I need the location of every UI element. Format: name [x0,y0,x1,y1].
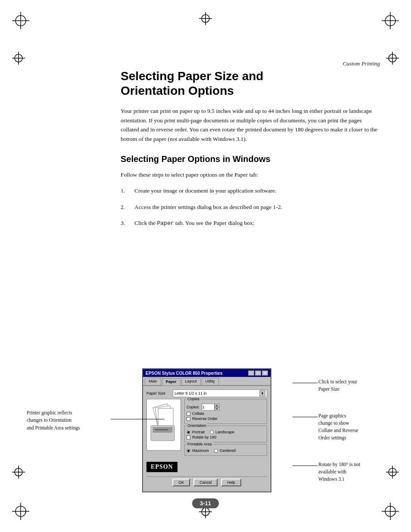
paper-size-value: Letter 8 1/2 x 11 in [174,391,207,395]
centered-radio[interactable] [214,449,218,453]
copies-group: Copies Copies: ▲ ▼ [184,399,267,424]
right-annotation-collate: Page graphicschange to showCollate and R… [318,412,394,442]
copies-field[interactable] [202,404,215,411]
step-2-num: 2. [121,202,130,212]
tab-utility[interactable]: Utility [202,378,219,385]
collate-leader-icon [293,415,318,419]
rotate-leader-icon [293,464,318,468]
dialog-titlebar: EPSON Stylus COLOR 850 Properties _ □ ✕ [143,369,271,377]
copies-input-group: ▲ ▼ [202,404,220,411]
step-3-num: 3. [121,218,130,228]
spinner-down[interactable]: ▼ [215,407,220,411]
collate-checkbox[interactable] [187,412,190,416]
reverse-order-label: Reverse Order [192,417,218,421]
corner-mark-tl [12,12,29,29]
ok-button[interactable]: OK [172,479,190,486]
dialog-content: Paper Size Letter 8 1/2 x 11 in ▼ [143,386,271,492]
copies-area: Copies: ▲ ▼ [187,404,265,411]
rotate-row: Rotate by 180 [187,435,265,439]
page-number-badge: 3-11 [192,498,219,508]
paper-size-dropdown[interactable]: Letter 8 1/2 x 11 in ▼ [173,389,267,397]
logo-area: EPSON [146,459,267,475]
step-1: 1. Create your image or document in your… [121,186,380,196]
centered-label: Centered [220,448,236,453]
step-1-text: Create your image or document in your ap… [134,186,380,196]
minimize-button[interactable]: _ [248,370,254,376]
chapter-header: Custom Printing [343,60,380,67]
orientation-group-label: Orientation [187,423,207,428]
paper-size-label: Paper Size [146,391,170,395]
cancel-button[interactable]: Cancel [193,479,218,486]
collate-row: Collate [187,411,265,416]
copies-spinner: ▲ ▼ [215,404,220,411]
intro-paragraph: Your printer can print on paper up to 9.… [121,106,380,143]
rotate-label: Rotate by 180 [192,435,216,439]
page: Custom Printing Selecting Paper Size and… [0,0,411,532]
dialog-main-area: Copies Copies: ▲ ▼ [146,399,267,457]
portrait-label: Portrait [192,430,205,434]
right-annotations: Click to select yourPaper Size Page grap… [318,378,394,483]
portrait-radio[interactable] [187,430,190,434]
edge-mark-right-top [386,52,399,66]
paper-size-leader-icon [293,381,318,385]
rotate-checkbox[interactable] [187,436,190,439]
step-3: 3. Click the Paper tab. You see the Pape… [121,218,380,228]
close-button[interactable]: ✕ [262,370,268,376]
step-1-num: 1. [121,186,130,196]
settings-panel: Copies Copies: ▲ ▼ [184,399,267,457]
svg-rect-35 [155,429,168,430]
dialog-title: EPSON Stylus COLOR 850 Properties [146,371,222,376]
dialog-tabs: Main Paper Layout Utility [143,377,271,386]
spinner-up[interactable]: ▲ [215,404,220,407]
edge-mark-left-bottom [12,466,25,480]
corner-mark-bl [12,503,29,520]
maximum-row: Maximum Centered [187,448,265,453]
landscape-label: Landscape [215,430,234,434]
copies-group-label: Copies [187,397,200,401]
edge-mark-left-top [12,52,25,66]
reverse-order-checkbox[interactable] [187,417,190,421]
left-leader-line [111,413,167,426]
tab-layout[interactable]: Layout [181,378,201,385]
copies-label: Copies: [187,405,200,409]
orientation-group: Orientation Portrait Landscape Rotate by… [184,426,267,442]
reverse-order-row: Reverse Order [187,417,265,421]
tab-paper[interactable]: Paper [162,378,181,386]
edge-mark-top [199,12,212,27]
dialog-screenshot-area: EPSON Stylus COLOR 850 Properties _ □ ✕ … [142,368,271,492]
titlebar-buttons: _ □ ✕ [248,370,268,376]
steps-list: 1. Create your image or document in your… [121,186,380,228]
landscape-radio[interactable] [210,430,214,434]
step-2-text: Access the printer settings dialog box a… [134,202,380,212]
printable-area-label: Printable Area [187,442,213,446]
help-button[interactable]: Help [221,479,241,486]
right-annotation-paper-size-text: Click to select yourPaper Size [318,379,357,392]
maximum-radio[interactable] [187,449,190,453]
maximum-label: Maximum [192,448,209,453]
right-annotation-collate-text: Page graphicschange to showCollate and R… [318,413,358,441]
right-annotation-rotate: Rotate by 180° is notavailable withWindo… [318,461,394,483]
tab-main[interactable]: Main [145,378,161,385]
collate-label: Collate [192,411,204,416]
corner-mark-br [382,503,399,520]
right-annotation-paper-size: Click to select yourPaper Size [318,378,394,393]
portrait-row: Portrait Landscape [187,430,265,434]
left-annotation: Printer graphic reflectschanges to Orien… [27,409,111,432]
printable-area-group: Printable Area Maximum Centered [184,444,267,456]
paper-tab-ref: Paper [157,220,174,227]
right-annotation-rotate-text: Rotate by 180° is notavailable withWindo… [318,462,360,482]
printer-dialog: EPSON Stylus COLOR 850 Properties _ □ ✕ … [142,368,271,492]
left-annotation-text: Printer graphic reflectschanges to Orien… [27,410,80,430]
dialog-buttons: OK Cancel Help [146,476,267,488]
page-title: Selecting Paper Size andOrientation Opti… [121,69,380,98]
maximize-button[interactable]: □ [255,370,261,376]
step-2: 2. Access the printer settings dialog bo… [121,202,380,212]
step-3-text: Click the Paper tab. You see the Paper d… [134,218,380,228]
dropdown-arrow-icon[interactable]: ▼ [259,390,265,396]
chapter-name: Custom Printing [343,60,380,67]
paper-size-row: Paper Size Letter 8 1/2 x 11 in ▼ [146,389,267,397]
steps-intro: Follow these steps to select paper optio… [121,170,380,180]
section-heading: Selecting Paper Options in Windows [121,154,380,164]
epson-logo: EPSON [146,462,177,472]
corner-mark-tr [382,12,399,29]
